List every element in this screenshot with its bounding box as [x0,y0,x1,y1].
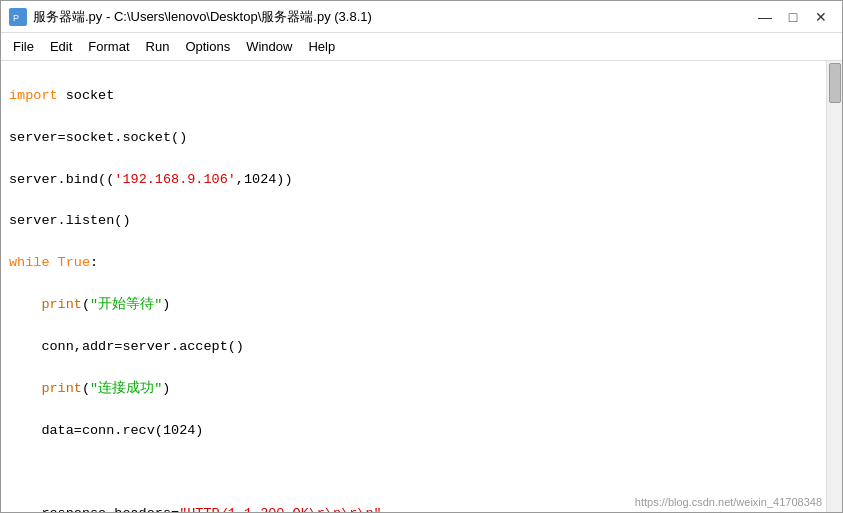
menu-run[interactable]: Run [138,36,178,58]
code-editor[interactable]: import socket server=socket.socket() ser… [1,61,826,512]
menu-help[interactable]: Help [300,36,343,58]
scrollbar-thumb[interactable] [829,63,841,103]
menu-options[interactable]: Options [177,36,238,58]
code-line-4: server.listen() [9,211,818,232]
code-line-8: print("连接成功") [9,379,818,400]
menu-bar: File Edit Format Run Options Window Help [1,33,842,61]
window-controls: — □ ✕ [752,6,834,28]
window-title: 服务器端.py - C:\Users\lenovo\Desktop\服务器端.p… [33,8,752,26]
code-line-7: conn,addr=server.accept() [9,337,818,358]
code-line-3: server.bind(('192.168.9.106',1024)) [9,170,818,191]
code-line-1: import socket [9,86,818,107]
close-button[interactable]: ✕ [808,6,834,28]
svg-text:P: P [13,13,19,23]
app-icon: P [9,8,27,26]
vertical-scrollbar[interactable] [826,61,842,512]
minimize-button[interactable]: — [752,6,778,28]
code-line-6: print("开始等待") [9,295,818,316]
code-line-2: server=socket.socket() [9,128,818,149]
code-line-10 [9,463,818,484]
watermark: https://blog.csdn.net/weixin_41708348 [635,496,822,508]
title-bar: P 服务器端.py - C:\Users\lenovo\Desktop\服务器端… [1,1,842,33]
menu-format[interactable]: Format [80,36,137,58]
menu-edit[interactable]: Edit [42,36,80,58]
menu-file[interactable]: File [5,36,42,58]
code-area: import socket server=socket.socket() ser… [1,61,842,512]
maximize-button[interactable]: □ [780,6,806,28]
menu-window[interactable]: Window [238,36,300,58]
main-window: P 服务器端.py - C:\Users\lenovo\Desktop\服务器端… [0,0,843,513]
code-line-9: data=conn.recv(1024) [9,421,818,442]
code-line-5: while True: [9,253,818,274]
